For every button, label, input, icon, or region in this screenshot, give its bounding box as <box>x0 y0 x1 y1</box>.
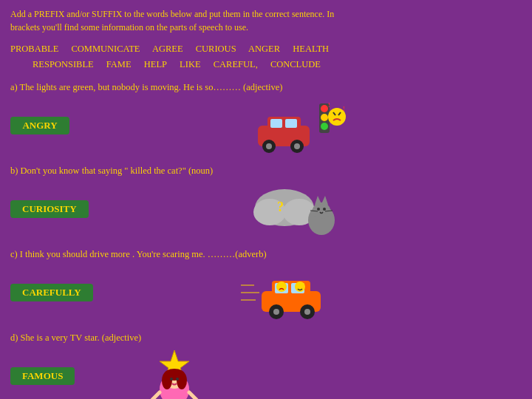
illustration-a: ! ! <box>254 96 350 155</box>
svg-point-50 <box>162 372 172 389</box>
word-like: LIKE <box>180 59 200 69</box>
svg-point-40 <box>273 309 279 315</box>
word-health: HEALTH <box>293 44 329 54</box>
illustration-b: ? <box>244 180 340 239</box>
svg-point-52 <box>170 378 173 381</box>
question-c-answer-row: CAREFULLY <box>10 263 522 322</box>
svg-point-8 <box>294 143 300 149</box>
word-conclude: CONCLUDE <box>270 59 321 69</box>
word-help: HELP <box>144 59 167 69</box>
illustration-d <box>126 347 222 400</box>
word-list: PROBABLE COMMUNICATE AGREE CURIOUS ANGER… <box>10 41 522 73</box>
svg-rect-4 <box>285 119 297 128</box>
svg-point-6 <box>266 143 272 149</box>
word-row-2: RESPONSIBLE FAME HELP LIKE CAREFUL, CONC… <box>10 57 522 72</box>
question-a-text: a) The lights are green, but nobody is m… <box>10 82 522 93</box>
question-b: b) Don't you know that saying " killed t… <box>10 166 522 239</box>
svg-point-23 <box>313 202 330 219</box>
word-curious: CURIOUS <box>196 44 236 54</box>
question-c: c) I think you should drive more . You'r… <box>10 249 522 322</box>
word-responsible: RESPONSIBLE <box>33 59 94 69</box>
word-probable: PROBABLE <box>10 44 58 54</box>
word-agree: AGREE <box>152 44 183 54</box>
word-row-1: PROBABLE COMMUNICATE AGREE CURIOUS ANGER… <box>10 41 522 57</box>
answer-d-badge: FAMOUS <box>10 367 75 385</box>
instructions-block: Add a PREFIX and/or SUFFIX to the words … <box>10 7 522 34</box>
word-fame: FAME <box>106 59 132 69</box>
svg-text:!: ! <box>328 102 330 109</box>
svg-text:?: ? <box>277 200 284 214</box>
svg-point-42 <box>304 309 310 315</box>
question-b-answer-row: CURIOSITY <box>10 180 522 239</box>
instructions-line1: Add a PREFIX and/or SUFFIX to the words … <box>10 9 334 19</box>
svg-point-26 <box>317 208 320 211</box>
svg-text:!: ! <box>343 106 345 112</box>
svg-point-11 <box>321 114 328 121</box>
svg-point-12 <box>321 123 328 130</box>
answer-a-badge: ANGRY <box>10 117 69 134</box>
svg-point-44 <box>276 282 287 292</box>
word-communicate: COMMUNICATE <box>71 44 140 54</box>
svg-point-10 <box>321 105 328 112</box>
question-d-text: d) She is a very TV star. (adjective) <box>10 332 522 344</box>
question-c-text: c) I think you should drive more . You'r… <box>10 249 522 260</box>
word-careful: CAREFUL, <box>214 59 258 69</box>
svg-point-27 <box>323 208 326 211</box>
answer-c-badge: CAREFULLY <box>10 284 93 301</box>
question-d: d) She is a very TV star. (adjective) FA… <box>10 332 522 400</box>
svg-point-51 <box>177 372 187 389</box>
answer-b-badge: CURIOSITY <box>10 200 89 218</box>
question-a: a) The lights are green, but nobody is m… <box>10 82 522 155</box>
word-anger: ANGER <box>248 44 280 54</box>
question-a-answer-row: ANGRY <box>10 96 522 155</box>
svg-rect-3 <box>270 119 282 128</box>
illustration-c <box>241 263 337 322</box>
question-d-answer-row: FAMOUS <box>10 347 522 400</box>
instructions-line2: brackets you'll find some information on… <box>10 22 248 33</box>
question-b-text: b) Don't you know that saying " killed t… <box>10 166 522 177</box>
svg-point-53 <box>176 378 179 381</box>
main-container: Add a PREFIX and/or SUFFIX to the words … <box>0 0 532 399</box>
